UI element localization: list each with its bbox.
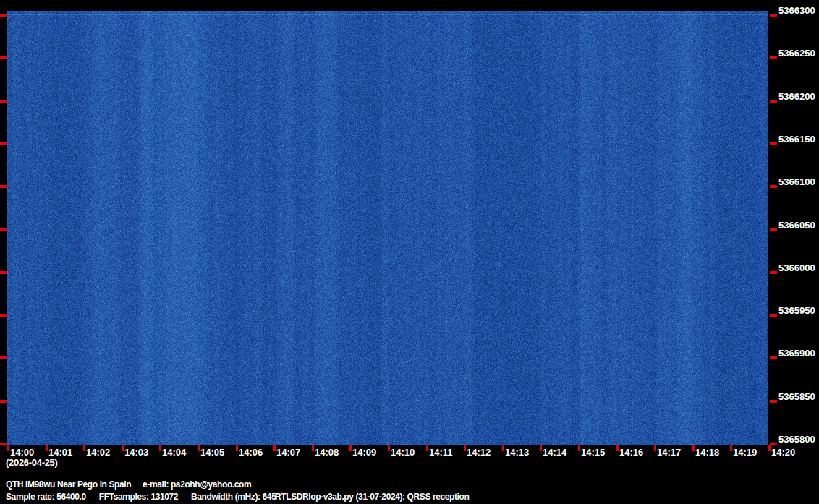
frequency-label: 5366200 [778,91,815,102]
frequency-tick-right [770,271,777,274]
time-tick [46,445,48,451]
frequency-tick-left [0,356,7,359]
time-label: 14:05 [200,447,224,458]
time-label: 14:03 [124,447,148,458]
sample-rate-text: Sample rate: 56400.0 [6,492,86,502]
time-tick [578,445,580,451]
waterfall-spectrogram [7,11,768,445]
time-tick [616,445,619,451]
frequency-tick-left [0,142,7,145]
program-version-text: RTLSDRlop-v3ab.py (31-07-2024): QRSS rec… [275,492,469,502]
frequency-tick-left [0,400,7,403]
time-label: 14:17 [657,447,681,458]
frequency-tick-right [770,356,777,359]
frequency-tick-left [0,443,7,445]
frequency-tick-left [0,14,7,17]
time-tick [426,445,428,451]
time-tick [692,445,695,451]
time-tick [540,445,542,451]
status-line-1: QTH IM98wu Near Pego in Spain e-mail: pa… [6,479,251,490]
frequency-label: 5366250 [778,48,815,59]
frequency-label: 5366100 [778,176,815,187]
frequency-label: 5366050 [778,220,815,231]
frequency-tick-right [770,14,777,17]
time-label: 14:01 [48,447,72,458]
time-label: 14:06 [239,447,263,458]
time-label: 14:14 [543,447,566,458]
time-label: 14:16 [619,447,643,458]
frequency-tick-left [0,228,7,231]
time-tick [654,445,656,451]
time-label: 14:09 [352,447,376,458]
date-label: (2026-04-25) [6,457,58,468]
time-tick [122,445,124,451]
time-label: 14:02 [86,447,110,458]
frequency-tick-right [770,400,777,403]
frequency-label: 5366300 [778,5,815,16]
frequency-label: 5365850 [778,391,815,402]
time-label: 14:00 [10,447,34,458]
frequency-tick-left [0,271,7,274]
time-tick [236,445,238,451]
time-tick [502,445,504,451]
time-label: 14:12 [467,447,491,458]
time-label: 14:07 [276,447,300,458]
time-tick [349,445,352,451]
time-label: 14:10 [391,447,415,458]
status-line-2: Sample rate: 56400.0 FFTsamples: 131072 … [6,492,276,502]
time-tick [273,445,276,451]
time-tick [768,445,771,451]
time-tick [312,445,314,451]
frequency-tick-left [0,185,7,188]
frequency-tick-right [770,142,777,145]
time-label: 14:04 [162,447,186,458]
time-label: 14:08 [315,447,339,458]
time-label: 14:20 [771,447,795,458]
fft-samples-text: FFTsamples: 131072 [99,492,178,502]
time-label: 14:15 [581,447,605,458]
time-tick [83,445,85,451]
frequency-tick-left [0,56,7,59]
time-tick [159,445,161,451]
frequency-tick-right [770,228,777,231]
frequency-label: 5365950 [778,305,815,316]
frequency-label: 5366150 [778,134,815,145]
frequency-tick-right [770,56,777,59]
bandwidth-text: Bandwidth (mHz): 645 [191,492,276,502]
time-label: 14:13 [505,447,529,458]
frequency-tick-left [0,314,7,317]
frequency-label: 5365900 [778,348,815,359]
time-tick [7,445,9,451]
time-label: 14:19 [733,447,757,458]
time-tick [388,445,390,451]
frequency-tick-right [770,100,777,103]
time-tick [730,445,732,451]
time-tick [198,445,200,451]
email-text: e-mail: pa2ohh@yahoo.com [143,479,251,490]
frequency-tick-right [770,314,777,317]
time-label: 14:11 [429,447,453,458]
frequency-label: 5365800 [778,434,815,445]
time-tick [464,445,466,451]
time-label: 14:18 [695,447,719,458]
frequency-tick-right [770,185,777,188]
qth-text: QTH IM98wu Near Pego in Spain [6,479,131,490]
frequency-tick-right [770,443,777,445]
frequency-tick-left [0,100,7,103]
frequency-label: 5366000 [778,262,815,273]
